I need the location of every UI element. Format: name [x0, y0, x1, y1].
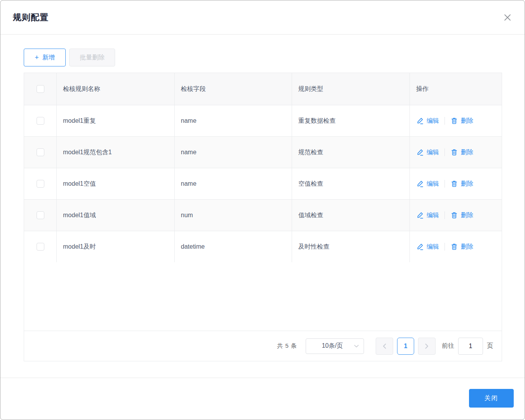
cell-operations: 编辑 删除 [410, 105, 502, 136]
cell-operations: 编辑 删除 [410, 231, 502, 262]
row-checkbox-cell [24, 231, 57, 262]
action-divider [444, 180, 445, 188]
edit-link-label: 编辑 [427, 180, 439, 188]
plus-icon: + [35, 54, 39, 61]
cell-rule-type: 空值检查 [292, 168, 410, 199]
delete-link[interactable]: 删除 [450, 117, 473, 125]
chevron-right-icon [425, 343, 429, 349]
column-header-rule-name: 检核规则名称 [57, 73, 175, 105]
rule-config-dialog: 规则配置 + 新增 批量删除 检核规则名称 [0, 0, 525, 420]
goto-label: 前往 [442, 342, 454, 350]
cell-field: name [175, 105, 292, 136]
delete-link[interactable]: 删除 [450, 148, 473, 157]
delete-link-label: 删除 [461, 117, 473, 125]
close-icon[interactable] [502, 12, 513, 23]
edit-link-label: 编辑 [427, 211, 439, 220]
add-button[interactable]: + 新增 [24, 49, 66, 66]
dialog-footer: 关闭 [0, 378, 525, 420]
edit-link[interactable]: 编辑 [416, 211, 439, 220]
cell-rule-name: model1规范包含1 [57, 137, 175, 168]
column-header-rule-type: 规则类型 [292, 73, 410, 105]
rules-table: 检核规则名称 检核字段 规则类型 操作 model1重复 name 重复数据检查 [24, 73, 502, 361]
row-checkbox[interactable] [37, 211, 44, 219]
goto-page-group: 前往 页 [442, 338, 493, 355]
cell-operations: 编辑 删除 [410, 200, 502, 231]
add-button-label: 新增 [42, 54, 55, 62]
delete-link[interactable]: 删除 [450, 180, 473, 188]
table-body: model1重复 name 重复数据检查 编辑 [24, 105, 502, 262]
delete-link[interactable]: 删除 [450, 243, 473, 251]
next-page-button[interactable] [418, 338, 436, 355]
chevron-down-icon [354, 345, 359, 348]
column-header-operations: 操作 [410, 73, 502, 105]
table-row: model1值域 num 值域检查 编辑 [24, 199, 502, 231]
row-checkbox[interactable] [37, 180, 44, 188]
row-checkbox-cell [24, 168, 57, 199]
table-row: model1重复 name 重复数据检查 编辑 [24, 105, 502, 136]
table-header-row: 检核规则名称 检核字段 规则类型 操作 [24, 73, 502, 105]
cell-rule-type: 值域检查 [292, 200, 410, 231]
trash-icon [450, 211, 458, 219]
table-row: model1及时 datetime 及时性检查 编辑 [24, 231, 502, 262]
cell-field: name [175, 168, 292, 199]
table-row: model1规范包含1 name 规范检查 编辑 [24, 136, 502, 168]
cell-rule-name: model1及时 [57, 231, 175, 262]
close-button[interactable]: 关闭 [469, 389, 514, 408]
batch-delete-button[interactable]: 批量删除 [69, 49, 115, 66]
page-size-select[interactable]: 10条/页 [306, 338, 364, 354]
edit-link-label: 编辑 [427, 117, 439, 125]
select-all-checkbox[interactable] [37, 85, 44, 93]
pagination-bar: 共 5 条 10条/页 1 [24, 331, 502, 361]
edit-link[interactable]: 编辑 [416, 243, 439, 251]
delete-link-label: 删除 [461, 180, 473, 188]
delete-link-label: 删除 [461, 148, 473, 157]
cell-rule-type: 规范检查 [292, 137, 410, 168]
dialog-body: + 新增 批量删除 检核规则名称 检核字段 规则类型 操作 [0, 35, 525, 378]
edit-link-label: 编辑 [427, 148, 439, 157]
trash-icon [450, 117, 458, 125]
edit-pencil-icon [416, 180, 424, 188]
total-count-label: 共 5 条 [277, 342, 297, 350]
row-checkbox[interactable] [37, 117, 44, 125]
row-checkbox[interactable] [37, 148, 44, 156]
action-divider [444, 148, 445, 156]
edit-pencil-icon [416, 243, 424, 251]
cell-rule-name: model1空值 [57, 168, 175, 199]
page-number-button[interactable]: 1 [397, 338, 414, 355]
cell-rule-type: 重复数据检查 [292, 105, 410, 136]
page-size-value: 10条/页 [311, 342, 354, 350]
row-checkbox[interactable] [37, 243, 44, 251]
cell-operations: 编辑 删除 [410, 137, 502, 168]
edit-pencil-icon [416, 117, 424, 125]
header-checkbox-cell [24, 73, 57, 105]
row-checkbox-cell [24, 105, 57, 136]
edit-link[interactable]: 编辑 [416, 180, 439, 188]
chevron-left-icon [383, 343, 386, 349]
prev-page-button[interactable] [376, 338, 393, 355]
column-header-field: 检核字段 [175, 73, 292, 105]
cell-operations: 编辑 删除 [410, 168, 502, 199]
delete-link[interactable]: 删除 [450, 211, 473, 220]
toolbar: + 新增 批量删除 [24, 49, 501, 66]
cell-field: num [175, 200, 292, 231]
cell-rule-type: 及时性检查 [292, 231, 410, 262]
row-checkbox-cell [24, 200, 57, 231]
edit-pencil-icon [416, 148, 424, 156]
trash-icon [450, 180, 458, 188]
cell-rule-name: model1重复 [57, 105, 175, 136]
edit-link[interactable]: 编辑 [416, 117, 439, 125]
delete-link-label: 删除 [461, 243, 473, 251]
page-unit-label: 页 [487, 342, 493, 350]
row-checkbox-cell [24, 137, 57, 168]
edit-link-label: 编辑 [427, 243, 439, 251]
dialog-title: 规则配置 [13, 12, 49, 23]
batch-delete-label: 批量删除 [80, 54, 105, 62]
edit-link[interactable]: 编辑 [416, 148, 439, 157]
goto-page-input[interactable] [458, 338, 483, 355]
cell-field: datetime [175, 231, 292, 262]
edit-pencil-icon [416, 211, 424, 219]
close-button-label: 关闭 [485, 394, 499, 403]
trash-icon [450, 243, 458, 251]
dialog-header: 规则配置 [0, 0, 525, 35]
table-row: model1空值 name 空值检查 编辑 [24, 168, 502, 199]
